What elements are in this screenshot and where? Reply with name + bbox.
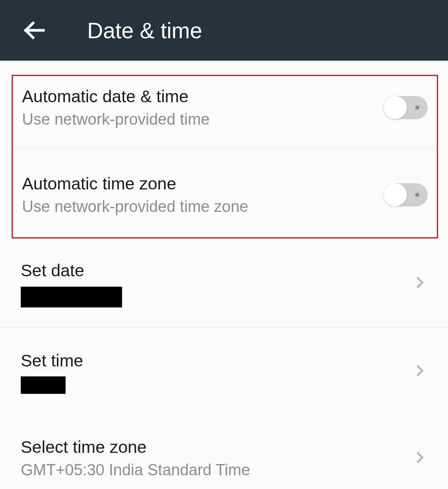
row-text: Select time zone GMT+05:30 India Standar…	[21, 436, 404, 481]
highlight-box: Automatic date & time Use network-provid…	[12, 75, 438, 238]
chevron-right-icon	[412, 275, 427, 292]
time-zone-subtitle: GMT+05:30 India Standard Time	[21, 460, 404, 481]
set-date-value-redacted	[21, 287, 122, 307]
auto-date-time-subtitle: Use network-provided time	[22, 109, 375, 130]
toggle-knob-icon	[384, 183, 407, 206]
toggle-dot-icon	[415, 193, 419, 197]
row-text: Set date	[21, 259, 404, 307]
row-text: Automatic date & time Use network-provid…	[22, 85, 375, 130]
auto-time-zone-title: Automatic time zone	[22, 172, 375, 195]
content: Automatic date & time Use network-provid…	[0, 61, 448, 489]
auto-time-zone-subtitle: Use network-provided time zone	[22, 196, 375, 217]
chevron-right-icon	[412, 450, 427, 467]
row-set-time[interactable]: Set time	[0, 328, 448, 414]
app-bar: Date & time	[0, 0, 448, 61]
row-auto-date-time[interactable]: Automatic date & time Use network-provid…	[13, 76, 437, 147]
toggle-knob-icon	[384, 96, 407, 119]
chevron-right-icon	[412, 363, 427, 380]
back-icon[interactable]	[22, 18, 47, 43]
set-time-value-redacted	[21, 376, 66, 394]
time-zone-title: Select time zone	[21, 436, 404, 459]
row-text: Set time	[21, 349, 404, 394]
toggle-auto-date-time[interactable]	[384, 96, 428, 119]
row-set-date[interactable]: Set date	[0, 238, 448, 327]
row-text: Automatic time zone Use network-provided…	[22, 172, 375, 218]
row-auto-time-zone[interactable]: Automatic time zone Use network-provided…	[13, 147, 437, 238]
toggle-dot-icon	[415, 106, 419, 110]
toggle-auto-time-zone[interactable]	[384, 183, 428, 206]
set-date-title: Set date	[21, 259, 404, 282]
auto-date-time-title: Automatic date & time	[22, 85, 375, 108]
page-title: Date & time	[87, 18, 202, 43]
row-select-time-zone[interactable]: Select time zone GMT+05:30 India Standar…	[0, 414, 448, 489]
set-time-title: Set time	[21, 349, 404, 372]
